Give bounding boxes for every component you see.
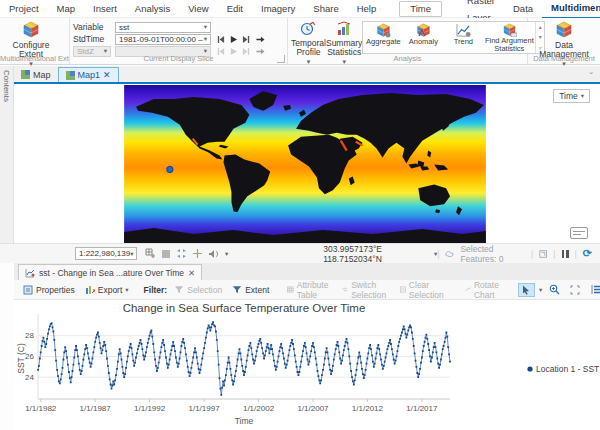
variable-label: Variable: [73, 22, 111, 32]
grid-plus-icon[interactable]: [145, 248, 156, 259]
group-analysis: Temporal Profile▾ Summary Statistics▾ Ag…: [288, 18, 528, 64]
menu-analysis[interactable]: Analysis: [126, 0, 179, 17]
overview-window-icon[interactable]: [570, 227, 588, 239]
chevron-down-icon: ▾: [204, 23, 207, 31]
contextual-group-time[interactable]: Time: [399, 1, 442, 17]
export-button[interactable]: Export▾: [82, 284, 132, 296]
rotate-chart-button: Rotate Chart: [462, 279, 506, 301]
svg-text:1/1/1992: 1/1/1992: [134, 404, 166, 413]
play-button[interactable]: [228, 34, 239, 45]
properties-button[interactable]: Properties: [20, 284, 78, 296]
view-tab-bar: Map Map1 ✕ ⌄: [14, 66, 600, 82]
stdtime-label: StdTime: [73, 34, 111, 44]
data-management-cube-icon: [555, 21, 573, 39]
svg-text:1/1/1982: 1/1/1982: [25, 404, 57, 413]
tab-multidimensional[interactable]: Multidimensional: [542, 0, 600, 19]
stdtime-combo[interactable]: 1981-09-01T00:00:00 –▾: [115, 34, 211, 45]
advance-arrow-button[interactable]: [254, 34, 265, 45]
group-label: Current Display Slice: [70, 54, 287, 64]
trend-button[interactable]: Trend: [443, 22, 483, 53]
variable-combo[interactable]: sst▾: [115, 22, 211, 33]
attribute-table-button: Attribute Table: [284, 279, 335, 301]
dialog-launcher-icon[interactable]: [277, 55, 285, 63]
switch-selection-icon: [342, 285, 348, 294]
funnel-icon: [174, 285, 184, 295]
step-first-button[interactable]: [215, 34, 226, 45]
aggregate-icon: [376, 23, 391, 38]
clear-selection-button: Clear Selection: [397, 279, 450, 301]
svg-text:24: 24: [25, 373, 34, 382]
temporal-profile-icon: [300, 21, 316, 37]
chart-toolbar: Properties Export▾ Filter: Selection Ext…: [14, 280, 600, 300]
svg-text:1/1/1987: 1/1/1987: [80, 404, 112, 413]
view-tab-map[interactable]: Map: [14, 67, 58, 82]
chart-area[interactable]: Change in Sea Surface Temperature Over T…: [14, 300, 600, 430]
contents-pane-tab[interactable]: Contents: [0, 66, 14, 263]
chevron-down-icon[interactable]: ▾: [225, 250, 228, 258]
map-status-bar: 1:222,980,139▾ ▾ 303.9957173°E 118.71520…: [0, 243, 600, 263]
ribbon-collapse-icon[interactable]: ⌄: [588, 68, 594, 76]
sst-raster-map[interactable]: [123, 85, 487, 244]
analysis-gallery: Aggregate Anomaly Trend Find Argu: [362, 21, 545, 54]
group-label: Multidimensional Extent: [0, 54, 69, 64]
tile-arrange-icon[interactable]: [176, 248, 187, 259]
chart-panel-tab-bar: sst - Change in Sea ...ature Over Time ✕: [14, 263, 600, 280]
time-button[interactable]: Time▾: [553, 89, 590, 103]
menu-share[interactable]: Share: [304, 0, 347, 17]
aggregate-button[interactable]: Aggregate: [363, 22, 403, 53]
selected-features-label: Selected Features: 0: [460, 244, 525, 264]
sync-icon[interactable]: ⟳: [583, 247, 592, 260]
menu-project[interactable]: Project: [0, 0, 48, 17]
svg-text:26: 26: [25, 352, 34, 361]
menu-help[interactable]: Help: [348, 0, 386, 17]
chevron-down-icon: ▾: [125, 286, 128, 294]
chevron-down-icon[interactable]: ▾: [539, 286, 542, 294]
anomaly-button[interactable]: Anomaly: [403, 22, 443, 53]
filter-extent-button[interactable]: Extent: [229, 284, 272, 296]
map-view[interactable]: Time▾: [14, 82, 600, 243]
svg-text:1/1/1997: 1/1/1997: [189, 404, 221, 413]
menu-bar: Project Map Insert Analysis View Edit Im…: [0, 0, 600, 18]
svg-text:1/1/2007: 1/1/2007: [297, 404, 329, 413]
fields-list-button[interactable]: ▾: [587, 283, 600, 296]
popout-icon[interactable]: [539, 249, 547, 259]
anomaly-icon: [416, 23, 431, 38]
menu-imagery[interactable]: Imagery: [252, 0, 304, 17]
magnifier-plus-icon: [549, 284, 560, 295]
view-tab-map1[interactable]: Map1 ✕: [58, 67, 119, 82]
group-multidimensional-extent: Configure Extent ▾ Multidimensional Exte…: [0, 18, 70, 64]
svg-text:28: 28: [25, 331, 34, 340]
map-icon: [21, 70, 30, 79]
switch-selection-button: Switch Selection: [339, 279, 393, 301]
pointer-tool-button[interactable]: [518, 283, 535, 297]
close-icon[interactable]: ✕: [103, 70, 111, 80]
swatch-icon[interactable]: [161, 249, 171, 259]
fields-list-icon: [590, 284, 600, 295]
zoom-tool-button[interactable]: [546, 283, 563, 296]
chart-tab[interactable]: sst - Change in Sea ...ature Over Time ✕: [18, 264, 202, 280]
location-1-marker: [167, 166, 173, 172]
step-last-button[interactable]: [241, 34, 252, 45]
scale-combo[interactable]: 1:222,980,139▾: [75, 247, 137, 260]
menu-insert[interactable]: Insert: [84, 0, 126, 17]
table-icon: [287, 285, 293, 294]
filter-selection-button: Selection: [171, 284, 225, 296]
menu-edit[interactable]: Edit: [218, 0, 252, 17]
group-label: Data Management: [528, 54, 600, 64]
chevron-down-icon: ▾: [130, 250, 133, 258]
svg-text:Change in Sea Surface Temperat: Change in Sea Surface Temperature Over T…: [123, 302, 366, 314]
ribbon: Configure Extent ▾ Multidimensional Exte…: [0, 18, 600, 65]
coordinates-readout[interactable]: 303.9957173°E 118.7152034°N▾: [323, 244, 437, 264]
menu-map[interactable]: Map: [48, 0, 84, 17]
full-extent-button[interactable]: [567, 284, 583, 296]
svg-text:1/1/2017: 1/1/2017: [406, 404, 438, 413]
map-icon: [66, 71, 75, 80]
full-extent-icon: [570, 285, 580, 295]
pause-icon[interactable]: [562, 250, 569, 258]
crosshair-icon[interactable]: [192, 248, 203, 259]
audio-icon[interactable]: [208, 249, 220, 259]
menu-view[interactable]: View: [179, 0, 217, 17]
configure-extent-cube-icon: [22, 21, 40, 39]
close-icon[interactable]: ✕: [188, 268, 195, 278]
tab-data[interactable]: Data: [504, 0, 542, 17]
